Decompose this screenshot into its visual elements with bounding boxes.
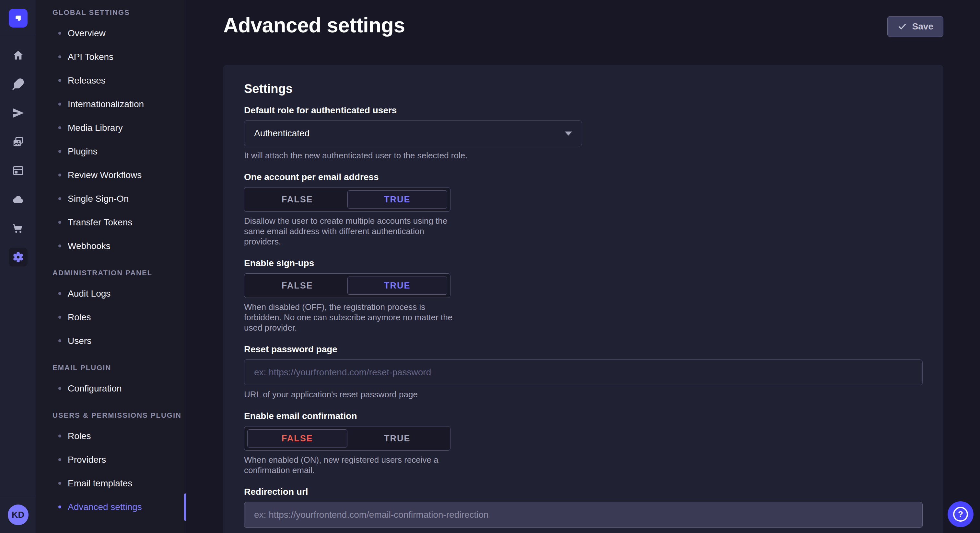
- feather-icon[interactable]: [9, 75, 27, 94]
- field-label: Reset password page: [244, 344, 923, 355]
- sidebar-item-api-tokens[interactable]: API Tokens: [36, 45, 186, 69]
- bullet-icon: [58, 126, 61, 129]
- bullet-icon: [58, 103, 61, 106]
- select-value: Authenticated: [254, 128, 310, 139]
- bullet-icon: [58, 292, 61, 295]
- field-one-account: One account per email address FALSE TRUE…: [244, 171, 923, 247]
- sidebar-item-label: Roles: [68, 312, 91, 322]
- page-header: Advanced settings Save: [223, 13, 943, 38]
- field-enable-signups: Enable sign-ups FALSE TRUE When disabled…: [244, 258, 923, 333]
- bullet-icon: [58, 506, 61, 508]
- pictures-icon[interactable]: [9, 132, 27, 151]
- field-hint: When enabled (ON), new registered users …: [244, 455, 462, 475]
- sidebar-item-media-library[interactable]: Media Library: [36, 116, 186, 140]
- sidebar-item-transfer-tokens[interactable]: Transfer Tokens: [36, 211, 186, 234]
- field-hint: It will attach the new authenticated use…: [244, 150, 923, 160]
- avatar[interactable]: KD: [8, 504, 29, 525]
- section-heading: GLOBAL SETTINGS: [52, 8, 186, 17]
- sidebar-item-configuration[interactable]: Configuration: [36, 377, 186, 400]
- logo-container: [0, 0, 36, 36]
- reset-password-input[interactable]: [244, 359, 923, 385]
- sidebar-item-label: API Tokens: [68, 52, 113, 62]
- sidebar-item-label: Roles: [68, 431, 91, 441]
- bullet-icon: [58, 32, 61, 35]
- enable-signups-toggle: FALSE TRUE: [244, 273, 450, 298]
- default-role-select[interactable]: Authenticated: [244, 121, 582, 146]
- cloud-icon[interactable]: [9, 190, 27, 209]
- section-heading: ADMINISTRATION PANEL: [52, 269, 186, 277]
- sidebar-item-label: Audit Logs: [68, 289, 110, 299]
- bullet-icon: [58, 150, 61, 153]
- sidebar-item-label: Configuration: [68, 383, 122, 394]
- bullet-icon: [58, 387, 61, 390]
- field-hint: Disallow the user to create multiple acc…: [244, 216, 462, 247]
- chevron-down-icon: [565, 132, 572, 136]
- bullet-icon: [58, 174, 61, 176]
- one-account-toggle: FALSE TRUE: [244, 187, 450, 212]
- sidebar-item-plugins[interactable]: Plugins: [36, 140, 186, 163]
- sidebar-item-label: Transfer Tokens: [68, 217, 132, 228]
- signups-true-option[interactable]: TRUE: [347, 276, 447, 295]
- sidebar-item-internationalization[interactable]: Internationalization: [36, 92, 186, 116]
- strapi-logo[interactable]: [9, 9, 27, 27]
- sidebar-item-overview[interactable]: Overview: [36, 21, 186, 45]
- redirection-url-input[interactable]: [244, 502, 923, 528]
- field-email-confirmation: Enable email confirmation FALSE TRUE Whe…: [244, 411, 923, 475]
- section-administration-panel: ADMINISTRATION PANEL Audit Logs Roles Us…: [36, 269, 186, 353]
- sidebar-item-label: Plugins: [68, 146, 97, 157]
- field-hint: When disabled (OFF), the registration pr…: [244, 302, 462, 333]
- page-title: Advanced settings: [223, 13, 405, 38]
- save-button-label: Save: [912, 21, 933, 32]
- bullet-icon: [58, 435, 61, 438]
- gear-icon[interactable]: [9, 248, 27, 266]
- bullet-icon: [58, 482, 61, 485]
- bullet-icon: [58, 244, 61, 247]
- home-icon[interactable]: [9, 46, 27, 65]
- bullet-icon: [58, 339, 61, 342]
- sidebar-item-label: Email templates: [68, 478, 132, 489]
- sidebar-item-label: Advanced settings: [68, 502, 142, 512]
- save-button[interactable]: Save: [887, 16, 943, 37]
- one-account-false-option[interactable]: FALSE: [247, 190, 347, 209]
- email-confirmation-false-option[interactable]: FALSE: [247, 429, 347, 447]
- settings-subnav: GLOBAL SETTINGS Overview API Tokens Rele…: [36, 0, 186, 533]
- sidebar-item-label: Users: [68, 336, 91, 346]
- field-label: Enable sign-ups: [244, 258, 923, 269]
- field-label: Redirection url: [244, 486, 923, 497]
- icon-nav-list: [9, 36, 27, 497]
- layout-icon[interactable]: [9, 161, 27, 180]
- section-users-permissions-plugin: USERS & PERMISSIONS PLUGIN Roles Provide…: [36, 411, 186, 519]
- field-hint: URL of your application's reset password…: [244, 389, 923, 400]
- sidebar-item-label: Providers: [68, 455, 106, 465]
- sidebar-item-label: Overview: [68, 28, 106, 38]
- field-redirection-url: Redirection url: [244, 486, 923, 528]
- sidebar-item-label: Releases: [68, 75, 106, 86]
- sidebar-item-audit-logs[interactable]: Audit Logs: [36, 282, 186, 305]
- email-confirmation-true-option[interactable]: TRUE: [347, 429, 447, 447]
- bullet-icon: [58, 79, 61, 82]
- active-indicator: [184, 493, 186, 521]
- field-label: One account per email address: [244, 171, 923, 182]
- strapi-logo-icon: [13, 13, 24, 24]
- sidebar-item-advanced-settings[interactable]: Advanced settings: [36, 495, 186, 519]
- sidebar-item-label: Webhooks: [68, 241, 110, 251]
- bullet-icon: [58, 458, 61, 461]
- bullet-icon: [58, 197, 61, 200]
- sidebar-item-admin-roles[interactable]: Roles: [36, 305, 186, 329]
- sidebar-item-webhooks[interactable]: Webhooks: [36, 234, 186, 258]
- card-title: Settings: [244, 82, 923, 96]
- sidebar-item-users[interactable]: Users: [36, 329, 186, 353]
- signups-false-option[interactable]: FALSE: [247, 276, 347, 295]
- section-heading: USERS & PERMISSIONS PLUGIN: [52, 411, 186, 420]
- cart-icon[interactable]: [9, 219, 27, 238]
- sidebar-item-up-roles[interactable]: Roles: [36, 424, 186, 448]
- one-account-true-option[interactable]: TRUE: [347, 190, 447, 209]
- sidebar-item-single-sign-on[interactable]: Single Sign-On: [36, 187, 186, 211]
- paper-plane-icon[interactable]: [9, 104, 27, 122]
- sidebar-item-review-workflows[interactable]: Review Workflows: [36, 163, 186, 187]
- sidebar-item-providers[interactable]: Providers: [36, 448, 186, 471]
- help-button[interactable]: ?: [948, 501, 974, 527]
- sidebar-item-email-templates[interactable]: Email templates: [36, 471, 186, 495]
- sidebar-item-label: Internationalization: [68, 99, 144, 109]
- sidebar-item-releases[interactable]: Releases: [36, 69, 186, 92]
